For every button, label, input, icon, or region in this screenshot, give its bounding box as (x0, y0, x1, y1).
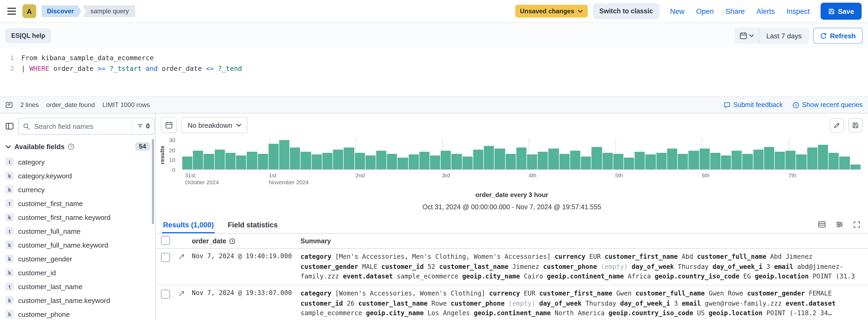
field-item[interactable]: kcustomer_full_name.keyword (3, 238, 152, 252)
field-item[interactable]: tcustomer_first_name (3, 196, 152, 210)
histogram-bar[interactable] (602, 153, 613, 169)
field-item[interactable]: kcustomer_id (3, 266, 152, 280)
histogram-bar[interactable] (430, 156, 440, 169)
expand-doc-button[interactable] (178, 289, 192, 297)
histogram-bar[interactable] (236, 156, 246, 169)
histogram-bar[interactable] (570, 151, 580, 169)
switch-to-classic-button[interactable]: Switch to classic (593, 3, 659, 19)
sidebar-scrollbar[interactable] (152, 139, 154, 224)
available-fields-header[interactable]: Available fields ? 54 (0, 137, 155, 154)
histogram-bar[interactable] (441, 151, 451, 169)
menu-button[interactable] (6, 6, 17, 16)
histogram-bar[interactable] (258, 154, 268, 169)
field-item[interactable]: tcustomer_full_name (3, 224, 152, 238)
histogram-bar[interactable] (462, 157, 472, 169)
histogram-bar[interactable] (365, 156, 375, 169)
histogram-bar[interactable] (753, 150, 763, 169)
histogram-bar[interactable] (634, 152, 645, 169)
submit-feedback-link[interactable]: Submit feedback (723, 101, 783, 108)
histogram-bar[interactable] (333, 150, 343, 169)
histogram-bar[interactable] (420, 152, 430, 169)
histogram-bar[interactable] (559, 154, 569, 169)
histogram-bar[interactable] (613, 154, 623, 169)
histogram-bar[interactable] (764, 147, 774, 169)
histogram-bar[interactable] (301, 152, 311, 169)
histogram-bar[interactable] (850, 164, 860, 169)
open-link[interactable]: Open (696, 7, 714, 15)
histogram-bar[interactable] (743, 154, 753, 169)
time-range-label[interactable]: Last 7 days (759, 32, 809, 40)
field-item[interactable]: tcategory (3, 155, 152, 169)
refresh-button[interactable]: Refresh (813, 28, 863, 44)
histogram-bar[interactable] (527, 155, 537, 169)
histogram-bar[interactable] (376, 151, 386, 169)
histogram-bar[interactable] (408, 155, 418, 169)
histogram-bar[interactable] (646, 155, 656, 169)
histogram-bar[interactable] (182, 157, 192, 169)
editor-line[interactable]: 2| WHERE order_date >= ?_tstart and orde… (0, 63, 868, 74)
histogram-bar[interactable] (538, 152, 548, 169)
histogram-bar[interactable] (700, 149, 710, 169)
row-checkbox[interactable] (161, 290, 170, 299)
field-item[interactable]: kcustomer_gender (3, 252, 152, 266)
fullscreen-button[interactable] (852, 220, 862, 229)
histogram-bar[interactable] (721, 156, 731, 169)
unsaved-changes-badge[interactable]: Unsaved changes (515, 5, 587, 18)
field-item[interactable]: kcustomer_phone (3, 307, 152, 320)
histogram-bar[interactable] (689, 151, 699, 169)
date-picker-calendar-button[interactable] (735, 28, 759, 44)
histogram-bar[interactable] (484, 146, 494, 169)
chart-time-interval-button[interactable] (161, 117, 177, 133)
histogram-bar[interactable] (786, 151, 796, 169)
histogram-bar[interactable] (732, 151, 742, 169)
histogram-bar[interactable] (818, 145, 828, 169)
histogram-bar[interactable] (225, 153, 236, 169)
esql-help-button[interactable]: ES|QL help (5, 28, 51, 43)
histogram-bar[interactable] (656, 153, 666, 169)
histogram-bar[interactable] (473, 150, 483, 169)
table-row[interactable]: Nov 7, 2024 @ 19:33:07.000category [Wome… (156, 285, 868, 320)
info-icon[interactable]: ? (68, 143, 74, 150)
histogram-bar[interactable] (495, 149, 505, 169)
display-options-button[interactable] (834, 219, 844, 229)
collapse-sidebar-button[interactable] (4, 119, 15, 133)
histogram-bar[interactable] (193, 151, 203, 169)
histogram-bar[interactable] (678, 154, 688, 169)
histogram-bar[interactable] (204, 154, 214, 169)
share-link[interactable]: Share (725, 7, 745, 15)
table-row[interactable]: Nov 7, 2024 @ 19:40:19.000category [Men'… (156, 249, 868, 285)
histogram-bar[interactable] (807, 148, 817, 169)
histogram-bar[interactable] (398, 158, 408, 169)
histogram-bar[interactable] (290, 148, 300, 169)
histogram-bar[interactable] (624, 158, 634, 169)
histogram-bar[interactable] (581, 157, 591, 169)
inspect-link[interactable]: Inspect (786, 7, 810, 15)
alerts-link[interactable]: Alerts (756, 7, 775, 15)
histogram-bar[interactable] (505, 154, 516, 169)
histogram-bar[interactable] (796, 155, 806, 169)
tab-results[interactable]: Results (1,000) (162, 221, 215, 233)
histogram-bar[interactable] (592, 147, 602, 169)
histogram-bar[interactable] (269, 144, 279, 169)
show-recent-queries-link[interactable]: Show recent queries (792, 101, 863, 108)
breadcrumb-discover[interactable]: Discover (41, 5, 81, 17)
order-date-column-header[interactable]: order_date (192, 237, 226, 245)
histogram-bar[interactable] (311, 155, 321, 169)
histogram-bar[interactable] (354, 153, 365, 169)
histogram-bar[interactable] (839, 157, 849, 169)
histogram-bar[interactable] (279, 140, 289, 169)
field-item[interactable]: kcustomer_first_name.keyword (3, 210, 152, 224)
field-item[interactable]: kcurrency (3, 183, 152, 196)
histogram-bar[interactable] (710, 153, 720, 169)
histogram-bar[interactable] (667, 149, 677, 169)
histogram-bar[interactable] (516, 148, 526, 169)
edit-visualization-button[interactable] (830, 118, 844, 132)
save-visualization-button[interactable] (848, 118, 863, 132)
breakdown-selector[interactable]: No breakdown (181, 117, 248, 133)
field-filter-button[interactable]: 0 (132, 123, 150, 130)
new-link[interactable]: New (670, 7, 684, 15)
histogram-bar[interactable] (452, 154, 462, 169)
field-search-input[interactable] (33, 122, 129, 131)
histogram-bar[interactable] (387, 154, 397, 169)
expand-doc-button[interactable] (178, 252, 192, 260)
